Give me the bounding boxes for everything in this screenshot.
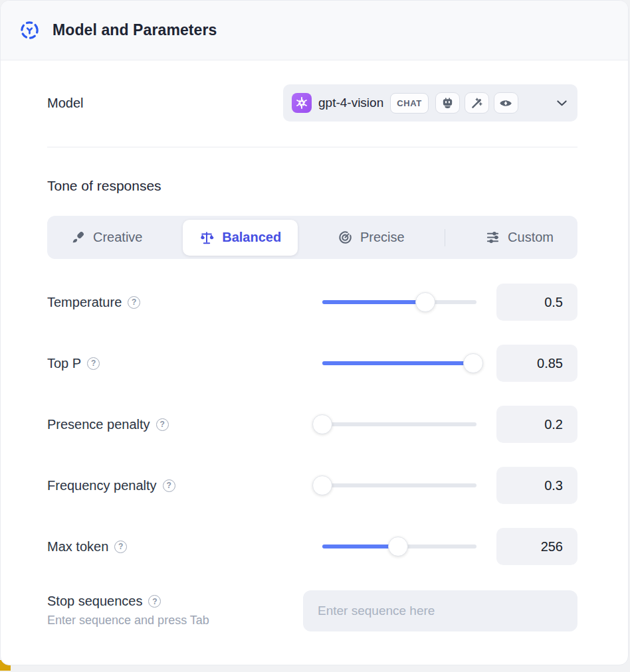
parameter-row: Presence penalty ? 0.2 xyxy=(47,406,578,443)
parameters-list: Temperature ? 0.5 Top P ? 0.85 Presence … xyxy=(47,284,578,565)
model-parameters-panel: Model and Parameters Model xyxy=(0,0,630,672)
parameter-value-box[interactable]: 256 xyxy=(496,528,578,565)
tone-segmented-control: Creative Bal xyxy=(47,216,578,259)
tone-option-label: Custom xyxy=(508,230,554,245)
help-icon[interactable]: ? xyxy=(87,357,100,370)
parameter-value-box[interactable]: 0.3 xyxy=(496,467,578,504)
segmented-divider xyxy=(445,229,445,246)
tone-option-label: Creative xyxy=(93,230,142,245)
tone-option-balanced[interactable]: Balanced xyxy=(183,220,298,256)
help-icon[interactable]: ? xyxy=(148,595,161,608)
parameter-label: Frequency penalty xyxy=(47,478,157,493)
parameter-label-wrap: Temperature ? xyxy=(47,295,322,310)
parameter-label-wrap: Max token ? xyxy=(47,539,322,554)
help-icon[interactable]: ? xyxy=(128,296,140,309)
slider-track xyxy=(322,483,476,487)
parameter-row: Temperature ? 0.5 xyxy=(47,284,578,321)
tone-option-custom[interactable]: Custom xyxy=(483,220,556,256)
parameter-label-wrap: Frequency penalty ? xyxy=(47,478,322,493)
tone-option-precise[interactable]: Precise xyxy=(336,220,407,256)
slider-track xyxy=(322,300,476,304)
model-parameters-card: Model and Parameters Model xyxy=(0,0,629,665)
model-type-badge: CHAT xyxy=(390,93,429,114)
eye-icon xyxy=(494,92,518,114)
parameter-label-wrap: Top P ? xyxy=(47,356,322,371)
tone-option-label: Precise xyxy=(360,230,405,245)
slider-track xyxy=(322,545,476,548)
parameter-value-box[interactable]: 0.5 xyxy=(496,284,578,321)
page-title: Model and Parameters xyxy=(52,21,217,39)
parameter-row: Max token ? 256 xyxy=(47,528,578,565)
magic-wand-icon xyxy=(465,92,489,114)
parameter-slider[interactable] xyxy=(322,545,476,548)
stop-sequences-hint: Enter sequence and press Tab xyxy=(47,614,209,628)
slider-knob[interactable] xyxy=(415,292,435,312)
parameter-label: Temperature xyxy=(47,295,122,310)
model-label: Model xyxy=(47,96,83,111)
parameter-label-wrap: Presence penalty ? xyxy=(47,417,322,432)
help-icon[interactable]: ? xyxy=(156,418,169,431)
parameter-slider[interactable] xyxy=(322,422,476,426)
slider-knob[interactable] xyxy=(312,414,332,434)
parameter-label: Max token xyxy=(47,539,108,554)
parameter-slider[interactable] xyxy=(322,361,476,365)
paintbrush-icon xyxy=(71,230,85,244)
slider-fill xyxy=(322,545,398,548)
slider-knob[interactable] xyxy=(463,353,483,373)
stop-sequences-labels: Stop sequences ? Enter sequence and pres… xyxy=(47,590,209,628)
sliders-icon xyxy=(486,230,500,244)
stop-sequences-label: Stop sequences xyxy=(47,594,142,609)
robot-icon xyxy=(435,92,460,114)
parameter-value-box[interactable]: 0.85 xyxy=(496,345,578,382)
slider-fill xyxy=(322,361,473,365)
parameter-slider[interactable] xyxy=(322,483,476,487)
slider-track xyxy=(322,361,476,365)
slider-fill xyxy=(322,300,425,304)
stop-sequences-row: Stop sequences ? Enter sequence and pres… xyxy=(47,590,578,631)
parameter-value-box[interactable]: 0.2 xyxy=(496,406,578,443)
card-header: Model and Parameters xyxy=(1,1,628,60)
parameter-row: Frequency penalty ? 0.3 xyxy=(47,467,578,504)
section-divider xyxy=(47,147,578,147)
openai-logo xyxy=(292,93,312,113)
parameter-slider[interactable] xyxy=(322,300,476,304)
slider-track xyxy=(322,422,476,426)
model-hub-icon xyxy=(19,20,40,41)
help-icon[interactable]: ? xyxy=(114,541,127,553)
selected-model-name: gpt-4-vision xyxy=(318,96,383,110)
slider-knob[interactable] xyxy=(388,537,408,556)
stop-sequence-input[interactable] xyxy=(303,590,578,631)
balance-scale-icon xyxy=(199,230,214,245)
target-icon xyxy=(338,230,352,244)
help-icon[interactable]: ? xyxy=(163,479,175,492)
chevron-down-icon[interactable] xyxy=(557,100,567,106)
tone-option-creative[interactable]: Creative xyxy=(68,220,145,256)
tone-option-label: Balanced xyxy=(222,230,281,245)
tone-heading: Tone of responses xyxy=(47,178,578,194)
slider-knob[interactable] xyxy=(312,475,332,495)
model-select-dropdown[interactable]: gpt-4-vision CHAT xyxy=(283,84,578,122)
parameter-row: Top P ? 0.85 xyxy=(47,345,578,382)
parameter-label: Presence penalty xyxy=(47,417,150,432)
parameter-label: Top P xyxy=(47,356,81,371)
model-row: Model xyxy=(47,84,578,122)
